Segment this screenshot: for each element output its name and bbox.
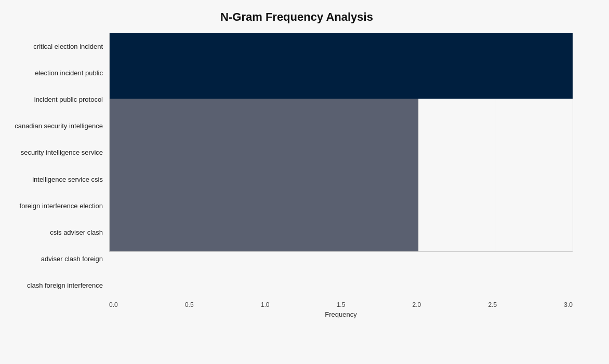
y-axis-label: canadian security intelligence — [5, 113, 109, 139]
x-tick: 0.0 — [109, 301, 118, 308]
x-tick: 2.5 — [488, 301, 497, 308]
bar-row — [110, 186, 573, 208]
bar — [110, 230, 418, 251]
y-axis-label: foreign interference election — [5, 193, 109, 219]
y-axis-label: intelligence service csis — [5, 166, 109, 192]
y-axis-label: election incident public — [5, 60, 109, 86]
x-axis-title: Frequency — [109, 311, 573, 318]
bar-row — [110, 230, 573, 251]
bar-row — [110, 120, 573, 142]
bar-row — [110, 33, 573, 55]
chart-container: N-Gram Frequency Analysis critical elect… — [0, 0, 609, 364]
bar — [110, 77, 573, 99]
bar-row — [110, 142, 573, 164]
bar — [110, 164, 418, 186]
y-axis-label: incident public protocol — [5, 86, 109, 113]
bar — [110, 208, 418, 230]
y-axis-label: clash foreign interference — [5, 272, 109, 299]
bar-row — [110, 208, 573, 230]
bar — [110, 142, 418, 164]
bar-row — [110, 164, 573, 186]
grid-line — [573, 33, 573, 251]
bar-row — [110, 77, 573, 99]
y-axis-labels: critical election incidentelection incid… — [5, 33, 109, 299]
bar-row — [110, 99, 573, 120]
plot-area — [109, 33, 573, 252]
bar — [110, 186, 418, 208]
bar — [110, 55, 573, 77]
bar — [110, 120, 418, 142]
x-axis-tick-labels: 0.00.51.01.52.02.53.0 — [109, 299, 573, 308]
bar — [110, 33, 573, 55]
bar — [110, 99, 418, 120]
x-tick: 2.0 — [413, 301, 421, 308]
y-axis-label: critical election incident — [5, 33, 109, 60]
bar-row — [110, 55, 573, 77]
y-axis-label: csis adviser clash — [5, 219, 109, 246]
x-tick: 1.0 — [261, 301, 270, 308]
x-tick: 1.5 — [337, 301, 346, 308]
y-axis-label: security intelligence service — [5, 139, 109, 166]
y-axis-label: adviser clash foreign — [5, 246, 109, 272]
x-tick: 0.5 — [185, 301, 194, 308]
chart-title: N-Gram Frequency Analysis — [5, 10, 588, 24]
x-tick: 3.0 — [564, 301, 573, 308]
